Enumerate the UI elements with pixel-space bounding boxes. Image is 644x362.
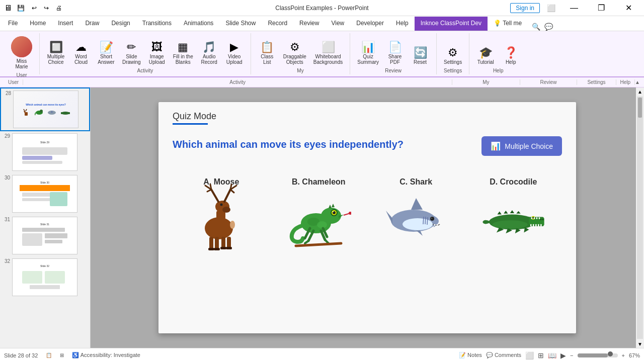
comments-button[interactable]: 💬 Comments (486, 352, 521, 358)
svg-point-85 (542, 219, 544, 220)
slide-view-normal[interactable]: 📋 (46, 352, 52, 358)
slide-thumb-28: Which animal can move its eyes? (13, 90, 78, 128)
tutorial-btn[interactable]: 🎓 Tutorial (473, 45, 498, 67)
ribbon-collapse-button[interactable]: ▲ (635, 79, 640, 85)
settings-icon: ⚙ (448, 47, 458, 58)
svg-rect-94 (540, 224, 542, 226)
svg-point-53 (333, 211, 334, 212)
svg-line-32 (210, 185, 211, 190)
slide-thumb-29: Slide 29 (12, 133, 77, 171)
zoom-slider-thumb[interactable] (608, 351, 613, 356)
tab-view[interactable]: View (325, 17, 350, 31)
quiz-mode-underline (173, 123, 208, 125)
quiz-summary-btn[interactable]: 📊 QuizSummary (354, 40, 382, 67)
content-area: Quiz Mode Which animal can move its eyes… (91, 87, 644, 348)
minimize-button[interactable]: — (562, 0, 586, 16)
tab-insert[interactable]: Insert (52, 17, 79, 31)
audio-record-btn[interactable]: 🎵 AudioRecord (197, 40, 221, 67)
tab-help[interactable]: Help (390, 17, 415, 31)
reset-btn[interactable]: 🔄 Reset (408, 45, 432, 67)
tab-design[interactable]: Design (105, 17, 136, 31)
sign-in-button[interactable]: Sign in (510, 3, 540, 13)
tab-draw[interactable]: Draw (79, 17, 105, 31)
undo-btn[interactable]: ↩ (30, 4, 39, 13)
help-btn[interactable]: ❓ Help (499, 45, 523, 67)
multiple-choice-activity-button[interactable]: 📊 Multiple Choice (481, 136, 562, 156)
short-answer-btn[interactable]: 📝 ShortAnswer (94, 40, 118, 67)
save-btn[interactable]: 💾 (15, 4, 27, 13)
slide-item-31[interactable]: 31 Slide 31 (0, 215, 90, 256)
comments-header-icon[interactable]: 💬 (544, 23, 553, 31)
whiteboard-btn[interactable]: ⬜ WhiteboardBackgrounds (310, 40, 346, 67)
zoom-out-btn[interactable]: − (570, 352, 573, 358)
fill-blanks-btn[interactable]: ▦ Fill in theBlanks (170, 40, 196, 67)
view-normal-btn[interactable]: ⬜ (525, 351, 534, 359)
short-answer-label: ShortAnswer (98, 54, 114, 65)
view-reading-btn[interactable]: 📖 (548, 351, 556, 359)
user-avatar-item[interactable]: MissMarie (8, 34, 35, 71)
svg-line-2 (24, 109, 25, 111)
tab-transitions[interactable]: Transitions (136, 17, 178, 31)
settings-btn[interactable]: ⚙ Settings (441, 45, 465, 67)
class-list-btn[interactable]: 📋 ClassList (255, 40, 279, 67)
fill-blanks-label: Fill in theBlanks (173, 54, 193, 65)
accessibility-icon: ♿ (72, 352, 79, 358)
search-icon[interactable]: 🔍 (532, 23, 540, 31)
main-area: 28 Which animal can move its eyes? (0, 87, 644, 348)
svg-point-47 (321, 208, 341, 224)
slide-view-outline[interactable]: ⊞ (60, 352, 64, 358)
svg-line-36 (230, 185, 231, 190)
svg-rect-20 (45, 240, 62, 243)
slide-item-28[interactable]: 28 Which animal can move its eyes? (0, 87, 90, 131)
scroll-thumb[interactable] (638, 98, 642, 118)
tab-slideshow[interactable]: Slide Show (219, 17, 262, 31)
tab-animations[interactable]: Animations (178, 17, 219, 31)
zoom-slider[interactable] (578, 353, 618, 357)
zoom-level[interactable]: 67% (629, 352, 640, 358)
right-scrollbar[interactable]: ▲ ▼ (636, 87, 644, 348)
svg-line-65 (296, 243, 341, 246)
fill-blanks-icon: ▦ (178, 42, 188, 53)
view-presenter-btn[interactable]: ▶ (560, 351, 566, 359)
scroll-down-arrow[interactable]: ▼ (636, 340, 644, 348)
svg-line-29 (211, 190, 218, 202)
view-slidesorter-btn[interactable]: ⊞ (538, 351, 544, 359)
ribbon-tab-bar: File Home Insert Draw Design Transitions… (0, 16, 644, 31)
print-btn[interactable]: 🖨 (54, 4, 64, 13)
tab-tell-me[interactable]: 💡 Tell me (488, 17, 528, 31)
slide-item-32[interactable]: 32 Slide 32 (0, 256, 90, 298)
share-pdf-btn[interactable]: 📄 SharePDF (383, 40, 407, 67)
accessibility-status[interactable]: ♿ Accessibility: Investigate (72, 352, 140, 358)
quick-access-toolbar[interactable]: 🖥 💾 ↩ ↪ 🖨 (4, 4, 64, 13)
tab-classpoint[interactable]: Inknoe ClassPoint Dev (415, 17, 488, 31)
redo-btn[interactable]: ↪ (42, 4, 51, 13)
scroll-up-arrow[interactable]: ▲ (636, 87, 644, 96)
close-button[interactable]: ✕ (617, 0, 640, 16)
slide-item-30[interactable]: 30 Slide 30 (0, 173, 90, 215)
tab-record[interactable]: Record (262, 17, 293, 31)
multiple-choice-label: MultipleChoice (47, 54, 64, 65)
word-cloud-icon: ☁ (75, 42, 87, 53)
word-cloud-btn[interactable]: ☁ WordCloud (69, 40, 93, 67)
video-upload-btn[interactable]: ▶ VideoUpload (222, 40, 247, 67)
notes-button[interactable]: 📝 Notes (459, 352, 482, 358)
scroll-track[interactable] (637, 97, 643, 339)
window-controls[interactable]: Sign in ⬜ — ❐ ✕ (510, 0, 640, 16)
maximize-button[interactable]: ❐ (590, 0, 613, 16)
multiple-choice-btn[interactable]: 🔲 MultipleChoice (44, 40, 68, 67)
tab-developer[interactable]: Developer (350, 17, 390, 31)
quiz-summary-label: QuizSummary (357, 54, 379, 65)
slide-item-29[interactable]: 29 Slide 29 (0, 131, 90, 173)
image-upload-btn[interactable]: 🖼 ImageUpload (145, 40, 169, 67)
zoom-in-btn[interactable]: + (622, 352, 625, 358)
tab-review[interactable]: Review (293, 17, 325, 31)
question-text: Which animal can move its eyes independe… (173, 137, 434, 151)
answer-b: B. Chameleon (278, 177, 359, 241)
draggable-objects-btn[interactable]: ⚙ DraggableObjects (280, 40, 309, 67)
tab-file[interactable]: File (2, 17, 24, 31)
slide-drawing-btn[interactable]: ✏ SlideDrawing (119, 40, 144, 67)
whiteboard-icon: ⬜ (321, 42, 335, 53)
svg-rect-19 (45, 233, 67, 238)
tab-home[interactable]: Home (24, 17, 52, 31)
ribbon-toggle-btn[interactable]: ⬜ (544, 3, 558, 13)
